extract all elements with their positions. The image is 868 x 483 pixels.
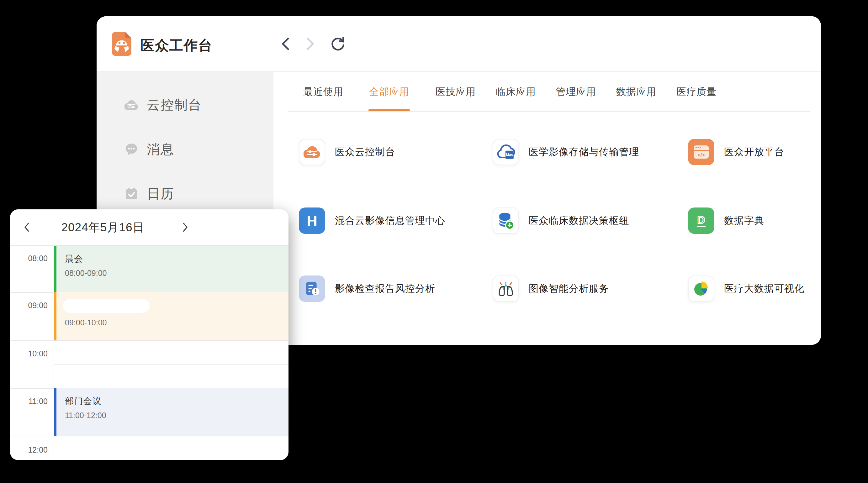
app-label: 数据字典 (724, 214, 764, 227)
refresh-icon (330, 37, 345, 51)
calendar-event-morning-meeting[interactable]: 晨会 08:00-09:00 (54, 246, 288, 292)
app-label: 医学影像存储与传输管理 (529, 146, 639, 159)
event-time: 09:00-10:00 (65, 317, 288, 328)
sidebar-item-cloud-console[interactable]: 云控制台 (97, 95, 274, 115)
event-title: 晨会 (65, 253, 288, 264)
calendar-date: 2024年5月16日 (43, 220, 162, 235)
nav-forward-button[interactable] (303, 36, 318, 52)
event-time: 11:00-12:00 (65, 410, 288, 421)
event-accent-bar (54, 246, 57, 292)
half-hour-line (54, 364, 288, 365)
tab-bar: 最近使用 全部应用 医技应用 临床应用 管理应用 数据应用 医疗质量 (303, 72, 717, 111)
window-title: 医众工作台 (141, 36, 213, 55)
chevron-left-icon (24, 222, 29, 232)
time-label: 09:00 (10, 301, 48, 310)
app-hybrid-cloud-imaging[interactable]: H 混合云影像信息管理中心 (299, 207, 445, 234)
tab-divider (288, 111, 810, 112)
refresh-button[interactable] (330, 36, 345, 52)
event-title: 部门会议 (65, 395, 288, 407)
sidebar-item-label: 消息 (147, 141, 174, 158)
app-image-storage-transfer[interactable]: Mas 医学影像存储与传输管理 (493, 139, 639, 165)
tab-all-apps[interactable]: 全部应用 (369, 72, 409, 111)
app-label: 医众云控制台 (335, 146, 395, 159)
app-report-risk-analysis[interactable]: 影像检查报告风控分析 (299, 276, 435, 302)
calendar-event-redacted[interactable]: 09:00-10:00 (54, 292, 288, 341)
app-label: 医众开放平台 (724, 146, 784, 159)
app-label: 医众临床数据决策枢纽 (529, 214, 629, 227)
report-alert-icon (299, 276, 325, 302)
tab-medtech-apps[interactable]: 医技应用 (436, 72, 476, 111)
app-big-data-visualization[interactable]: 医疗大数据可视化 (688, 276, 804, 302)
tab-medical-quality[interactable]: 医疗质量 (676, 72, 717, 111)
lungs-icon (493, 276, 519, 302)
calendar-panel: 2024年5月16日 08:00 09:00 10:00 11:00 12:00 (10, 210, 288, 460)
chevron-left-icon (281, 37, 290, 51)
svg-text:Mas: Mas (506, 153, 513, 157)
app-data-dictionary[interactable]: D 数据字典 (688, 207, 764, 234)
calendar-day-grid: 08:00 09:00 10:00 11:00 12:00 晨会 08:00-0… (10, 245, 288, 460)
event-time: 08:00-09:00 (65, 268, 288, 278)
desktop-background: 医众工作台 (0, 0, 868, 483)
window-header: 医众工作台 (97, 16, 821, 71)
app-label: 医疗大数据可视化 (724, 282, 804, 295)
calendar-header: 2024年5月16日 (10, 210, 288, 245)
cloud-storage-icon: Mas (493, 139, 519, 165)
sidebar-item-messages[interactable]: 消息 (97, 139, 274, 160)
app-logo-icon (112, 32, 131, 56)
sidebar-item-calendar[interactable]: 日历 (97, 184, 274, 204)
dictionary-icon: D (688, 207, 714, 234)
tab-recently-used[interactable]: 最近使用 (303, 72, 343, 111)
app-label: 图像智能分析服务 (529, 282, 609, 295)
cloud-settings-icon (124, 98, 138, 112)
code-window-icon: </> (688, 139, 714, 165)
hour-line (10, 341, 288, 341)
svg-text:D: D (698, 214, 705, 226)
calendar-next-day-button[interactable] (181, 221, 190, 233)
time-label: 10:00 (10, 349, 48, 358)
calendar-event-department-meeting[interactable]: 部门会议 11:00-12:00 (54, 388, 288, 436)
event-accent-bar (54, 292, 57, 341)
event-accent-bar (54, 388, 57, 436)
sidebar-item-label: 日历 (147, 185, 174, 202)
hour-line (10, 437, 288, 437)
tab-data-apps[interactable]: 数据应用 (616, 72, 656, 111)
chevron-right-icon (306, 37, 315, 51)
app-image-ai-analysis[interactable]: 图像智能分析服务 (493, 276, 609, 302)
calendar-check-icon (124, 187, 138, 201)
content-area: 最近使用 全部应用 医技应用 临床应用 管理应用 数据应用 医疗质量 (274, 72, 821, 345)
app-open-platform[interactable]: </> 医众开放平台 (688, 139, 784, 165)
letter-h-icon: H (299, 207, 325, 234)
time-label: 12:00 (10, 445, 48, 454)
app-label: 影像检查报告风控分析 (335, 282, 435, 295)
app-cloud-console[interactable]: 医众云控制台 (299, 139, 395, 165)
calendar-prev-day-button[interactable] (22, 221, 31, 233)
nav-back-button[interactable] (278, 36, 293, 52)
database-plus-icon (493, 207, 519, 234)
time-label: 11:00 (10, 397, 48, 406)
cloud-sliders-icon (299, 139, 325, 165)
app-clinical-data-hub[interactable]: 医众临床数据决策枢纽 (493, 207, 629, 234)
pie-chart-icon (688, 276, 714, 302)
svg-text:</>: </> (698, 152, 705, 158)
tab-management-apps[interactable]: 管理应用 (556, 72, 596, 111)
chevron-right-icon (183, 222, 188, 232)
message-bubble-icon (124, 142, 138, 156)
sidebar-item-label: 云控制台 (147, 96, 202, 114)
tab-clinical-apps[interactable]: 临床应用 (496, 72, 536, 111)
event-title-redacted (63, 299, 150, 313)
app-label: 混合云影像信息管理中心 (335, 214, 445, 227)
time-label: 08:00 (10, 254, 48, 263)
